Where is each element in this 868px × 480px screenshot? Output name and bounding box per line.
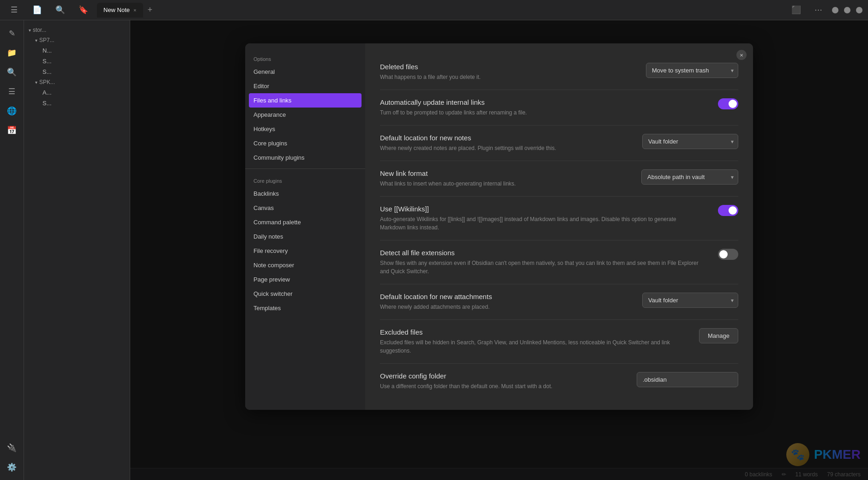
setting-desc: Where newly added attachments are placed… (380, 303, 631, 311)
default-location-notes-select[interactable]: Vault folder Same folder as current file… (642, 134, 738, 149)
setting-desc: Excluded files will be hidden in Search,… (380, 338, 688, 355)
file-tree-group-stor[interactable]: ▾ stor... (24, 25, 130, 35)
setting-info: Default location for new notes Where new… (380, 134, 631, 152)
tab-new-note[interactable]: New Note × (97, 3, 143, 18)
deleted-files-select[interactable]: Move to system trash Move to Obsidian tr… (646, 63, 738, 78)
close-button[interactable] (856, 7, 862, 13)
nav-icon-files[interactable]: 📁 (4, 44, 20, 61)
manage-button[interactable]: Manage (699, 328, 738, 343)
list-item[interactable]: S... (24, 56, 130, 66)
list-item[interactable]: S... (24, 98, 130, 108)
detect-file-extensions-toggle[interactable] (718, 249, 738, 260)
setting-desc: Turn off to be prompted to update links … (380, 108, 703, 117)
settings-sidebar: Options General Editor Files and links A… (245, 43, 365, 410)
sidebar-item-appearance[interactable]: Appearance (245, 108, 365, 122)
sidebar-item-community-plugins[interactable]: Community plugins (245, 150, 365, 165)
list-item[interactable]: N... (24, 45, 130, 56)
sidebar-item-hotkeys[interactable]: Hotkeys (245, 122, 365, 136)
nav-icon-settings[interactable]: ⚙️ (4, 459, 20, 475)
setting-title: Default location for new attachments (380, 293, 631, 300)
chevron-down-icon: ▾ (35, 38, 37, 43)
sidebar-item-editor[interactable]: Editor (245, 79, 365, 93)
nav-icon-edit[interactable]: ✎ (4, 25, 20, 42)
list-item[interactable]: S... (24, 66, 130, 77)
nav-icon-network[interactable]: 🌐 (4, 102, 20, 119)
more-options-icon[interactable]: ⋯ (810, 2, 826, 18)
setting-desc: Show files with any extension even if Ob… (380, 259, 703, 276)
setting-control (718, 205, 738, 216)
setting-default-location-attachments: Default location for new attachments Whe… (380, 284, 738, 320)
file-tree-item-label: SPK... (39, 79, 55, 85)
sidebar-narrow: ✎ 📁 🔍 ☰ 🌐 📅 🔌 ⚙️ (0, 20, 24, 480)
setting-new-link-format: New link format What links to insert whe… (380, 161, 738, 197)
setting-excluded-files: Excluded files Excluded files will be hi… (380, 320, 738, 364)
file-tree: ▾ stor... ▾ SP7... N... S... S... ▾ SPK.… (24, 20, 130, 480)
sidebar-item-note-composer[interactable]: Note composer (245, 258, 365, 272)
bookmark-icon[interactable]: 🔖 (75, 2, 91, 18)
use-wikilinks-toggle[interactable] (718, 205, 738, 216)
nav-icon-search[interactable]: 🔍 (4, 64, 20, 80)
file-tree-group-spk[interactable]: ▾ SPK... (24, 77, 130, 87)
nav-icon-calendar[interactable]: 📅 (4, 122, 20, 138)
setting-control: Vault folder Same folder as current file… (642, 293, 738, 308)
maximize-button[interactable] (844, 7, 850, 13)
setting-title: Default location for new notes (380, 134, 631, 142)
config-folder-input[interactable] (637, 372, 738, 387)
window-controls: ⬛ ⋯ (788, 2, 862, 18)
left-icons: ☰ 📄 🔍 🔖 (6, 2, 91, 18)
new-link-format-select[interactable]: Absolute path in vault Relative path fro… (641, 169, 738, 185)
setting-title: Excluded files (380, 328, 688, 336)
setting-use-wikilinks: Use [[Wikilinks]] Auto-generate Wikilink… (380, 197, 738, 240)
setting-title: Use [[Wikilinks]] (380, 205, 707, 213)
sidebar-item-page-preview[interactable]: Page preview (245, 272, 365, 287)
new-link-format-select-wrapper: Absolute path in vault Relative path fro… (641, 169, 738, 185)
sidebar-item-canvas[interactable]: Canvas (245, 201, 365, 215)
modal-close-button[interactable]: × (736, 50, 747, 60)
setting-title: Override config folder (380, 372, 626, 380)
default-location-attachments-select[interactable]: Vault folder Same folder as current file… (642, 293, 738, 308)
tab-bar: New Note × + (97, 3, 782, 18)
sidebar-item-command-palette[interactable]: Command palette (245, 215, 365, 229)
search-icon[interactable]: 🔍 (52, 2, 68, 18)
setting-desc: What happens to a file after you delete … (380, 73, 635, 81)
minimize-button[interactable] (832, 7, 838, 13)
nav-icon-menu[interactable]: ☰ (4, 83, 20, 100)
file-icon[interactable]: 📄 (29, 2, 45, 18)
layout-icon[interactable]: ⬛ (788, 2, 804, 18)
setting-control: Move to system trash Move to Obsidian tr… (646, 63, 738, 78)
core-plugins-label: Core plugins (245, 173, 365, 186)
content-area: × Options General Editor Files and links (130, 20, 868, 480)
chevron-down-icon: ▾ (29, 28, 31, 33)
main-layout: ✎ 📁 🔍 ☰ 🌐 📅 🔌 ⚙️ ▾ stor... ▾ SP7... N...… (0, 20, 868, 480)
setting-info: Detect all file extensions Show files wi… (380, 249, 707, 276)
setting-control: Manage (699, 328, 738, 343)
file-tree-item-label: stor... (33, 27, 46, 33)
setting-control (718, 249, 738, 260)
setting-title: New link format (380, 169, 630, 177)
setting-desc: Auto-generate Wikilinks for [[links]] an… (380, 215, 703, 232)
nav-icon-plugin[interactable]: 🔌 (4, 439, 20, 456)
sidebar-item-daily-notes[interactable]: Daily notes (245, 229, 365, 244)
sidebar-item-backlinks[interactable]: Backlinks (245, 186, 365, 201)
sidebar-item-core-plugins[interactable]: Core plugins (245, 136, 365, 150)
tab-close-icon[interactable]: × (133, 7, 136, 13)
setting-info: Automatically update internal links Turn… (380, 98, 707, 117)
setting-deleted-files: Deleted files What happens to a file aft… (380, 54, 738, 90)
tab-add-button[interactable]: + (145, 5, 156, 15)
sidebar-item-files-and-links[interactable]: Files and links (249, 93, 362, 108)
divider (245, 168, 365, 169)
setting-control (718, 98, 738, 109)
tab-label: New Note (103, 6, 130, 13)
sidebar-toggle-icon[interactable]: ☰ (6, 2, 22, 18)
setting-override-config-folder: Override config folder Use a different c… (380, 364, 738, 399)
setting-info: Excluded files Excluded files will be hi… (380, 328, 688, 355)
sidebar-item-general[interactable]: General (245, 65, 365, 79)
sidebar-item-quick-switcher[interactable]: Quick switcher (245, 287, 365, 301)
settings-modal: × Options General Editor Files and links (245, 43, 753, 410)
auto-update-links-toggle[interactable] (718, 98, 738, 109)
setting-detect-file-extensions: Detect all file extensions Show files wi… (380, 240, 738, 284)
sidebar-item-file-recovery[interactable]: File recovery (245, 244, 365, 258)
file-tree-group-sp7[interactable]: ▾ SP7... (24, 35, 130, 45)
sidebar-item-templates[interactable]: Templates (245, 301, 365, 315)
list-item[interactable]: A... (24, 87, 130, 98)
